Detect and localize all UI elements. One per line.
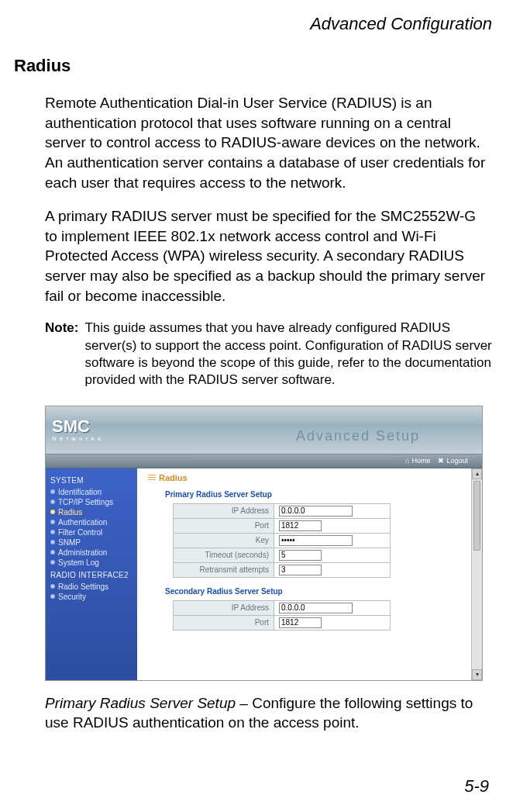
breadcrumb: Radius [148,473,474,482]
home-icon: ⌂ [405,457,409,465]
bullet-icon [50,594,55,599]
scroll-down-button[interactable]: ▾ [472,669,482,680]
primary-retransmit-input[interactable] [279,565,322,575]
sidebar-item-administration[interactable]: Administration [50,548,137,558]
page-header: Advanced Configuration [14,14,492,34]
primary-timeout-input[interactable] [279,550,322,561]
scroll-thumb[interactable] [473,481,480,551]
primary-port-input[interactable] [279,520,322,531]
sidebar-head-system: SYSTEM [50,476,137,485]
row-sec-port: Port [174,615,391,630]
bullet-icon [50,510,55,514]
row-port: Port [174,518,391,533]
breadcrumb-icon [148,475,156,481]
sidebar-item-identification[interactable]: Identification [50,487,137,497]
secondary-setup-heading: Secondary Radius Server Setup [165,587,474,596]
sidebar-item-radius[interactable]: Radius [50,507,137,517]
footer-paragraph: Primary Radius Server Setup – Configure … [45,693,492,733]
note-text: This guide assumes that you have already… [84,320,492,388]
scroll-track[interactable] [472,552,482,669]
embedded-screenshot: SMC N e t w o r k s Advanced Setup ⌂Home… [45,406,483,681]
main-panel: Radius Primary Radius Server Setup IP Ad… [137,468,482,680]
sidebar-item-system-log[interactable]: System Log [50,558,137,568]
scroll-up-button[interactable]: ▴ [472,468,482,479]
note-label: Note: [45,320,84,388]
footer-lead: Primary Radius Server Setup [45,695,236,711]
bullet-icon [50,520,55,524]
note-block: Note: This guide assumes that you have a… [45,320,492,388]
logout-link[interactable]: ✖Logout [438,457,468,465]
bullet-icon [50,560,55,565]
banner-title: Advanced Setup [296,428,420,444]
bullet-icon [50,530,55,534]
row-key: Key [174,533,391,548]
bullet-icon [50,550,55,555]
home-link[interactable]: ⌂Home [405,457,430,465]
bullet-icon [50,540,55,544]
primary-key-input[interactable] [279,535,353,546]
sidebar-head-radio: RADIO INTERFACE2 [50,571,137,579]
scrollbar[interactable]: ▴ ▾ [471,468,482,680]
app-body: SYSTEM Identification TCP/IP Settings Ra… [46,468,482,680]
row-retransmit: Retransmit attempts [174,562,391,577]
sidebar-item-snmp[interactable]: SNMP [50,537,137,548]
secondary-port-input[interactable] [279,617,322,628]
primary-form-table: IP Address Port Key Timeout (seconds) Re… [173,503,391,578]
app-banner: SMC N e t w o r k s Advanced Setup [46,406,482,454]
row-timeout: Timeout (seconds) [174,548,391,562]
bullet-icon [50,499,55,504]
sidebar-item-authentication[interactable]: Authentication [50,517,137,527]
secondary-ip-input[interactable] [279,603,353,613]
paragraph-1: Remote Authentication Dial-in User Servi… [45,93,492,192]
primary-ip-input[interactable] [279,506,353,517]
sidebar-item-tcpip[interactable]: TCP/IP Settings [50,497,137,507]
secondary-form-table: IP Address Port [173,600,391,631]
section-heading-radius: Radius [14,56,492,76]
top-toolbar: ⌂Home ✖Logout [46,454,482,468]
bullet-icon [50,584,55,589]
page-number: 5-9 [464,776,489,796]
smc-logo: SMC N e t w o r k s [52,418,102,442]
sidebar-item-filter-control[interactable]: Filter Control [50,527,137,537]
logout-icon: ✖ [438,457,444,465]
paragraph-2: A primary RADIUS server must be specifie… [45,206,492,306]
row-sec-ip: IP Address [174,600,391,615]
primary-setup-heading: Primary Radius Server Setup [165,490,474,499]
sidebar-item-radio-settings[interactable]: Radio Settings [50,582,137,592]
sidebar: SYSTEM Identification TCP/IP Settings Ra… [46,468,137,680]
bullet-icon [50,489,55,494]
row-ip-address: IP Address [174,503,391,518]
sidebar-item-security[interactable]: Security [50,592,137,602]
